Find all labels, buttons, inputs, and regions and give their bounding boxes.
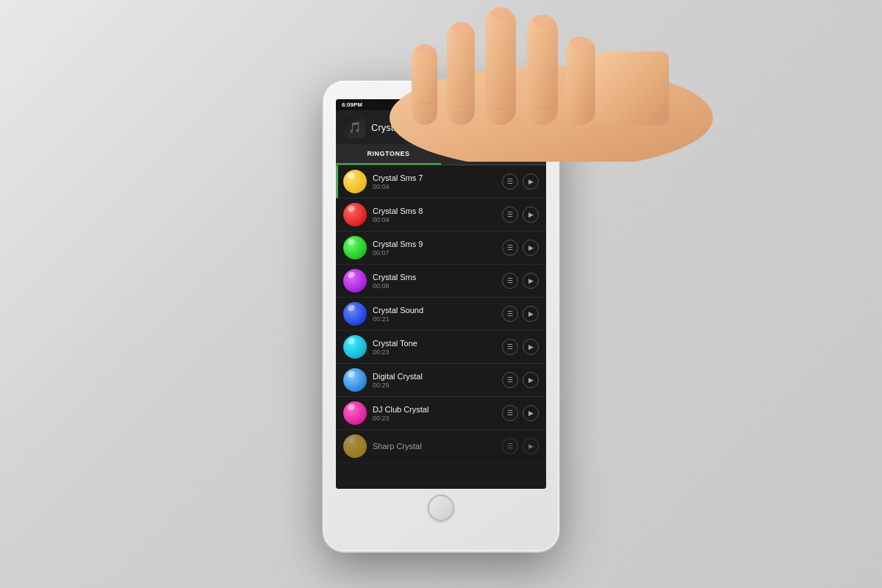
ringtone-duration: 00:08: [373, 282, 502, 290]
orb-icon: [343, 203, 367, 226]
menu-button[interactable]: ☰: [502, 273, 518, 289]
status-time: 6:09PM: [342, 101, 362, 108]
svg-rect-2: [447, 22, 475, 125]
list-item[interactable]: Sharp Crystal ☰ ▶: [336, 430, 546, 463]
svg-rect-3: [485, 7, 516, 125]
ringtone-info: Crystal Sms 7 00:04: [373, 173, 502, 190]
ringtone-duration: 00:23: [373, 415, 502, 422]
orb-icon: [343, 368, 367, 392]
play-button[interactable]: ▶: [523, 339, 539, 355]
list-item[interactable]: Crystal Sound 00:21 ☰ ▶: [336, 298, 546, 331]
list-item[interactable]: Crystal Sms 9 00:07 ☰ ▶: [336, 232, 546, 265]
ringtone-list: Crystal Sms 7 00:04 ☰ ▶ Crystal Sms 8 00…: [336, 165, 546, 489]
ringtone-info: Crystal Sms 9 00:07: [373, 240, 502, 257]
ringtone-info: Digital Crystal 00:29: [373, 372, 502, 389]
ringtone-name: Sharp Crystal: [373, 442, 502, 451]
ringtone-actions: ☰ ▶: [502, 339, 539, 355]
home-button[interactable]: [428, 495, 454, 521]
menu-button[interactable]: ☰: [502, 372, 518, 388]
ringtone-name: Crystal Sms 9: [373, 240, 502, 248]
ringtone-actions: ☰ ▶: [502, 306, 539, 322]
ringtone-name: Crystal Sms 8: [373, 207, 502, 215]
hand-image: [368, 0, 735, 162]
play-button[interactable]: ▶: [523, 405, 539, 421]
ringtone-duration: 00:21: [373, 315, 502, 323]
ringtone-name: Crystal Sound: [373, 306, 502, 315]
ringtone-actions: ☰ ▶: [502, 207, 539, 223]
play-button[interactable]: ▶: [523, 306, 539, 322]
ringtone-duration: 00:07: [373, 249, 502, 257]
app-icon: 🎵: [343, 116, 365, 138]
menu-button[interactable]: ☰: [502, 240, 518, 256]
orb-icon: [343, 170, 367, 193]
ringtone-actions: ☰ ▶: [502, 438, 539, 454]
list-item[interactable]: Crystal Tone 00:23 ☰ ▶: [336, 331, 546, 364]
orb-icon: [343, 401, 367, 425]
menu-button[interactable]: ☰: [502, 173, 518, 190]
menu-button[interactable]: ☰: [502, 306, 518, 322]
ringtone-actions: ☰ ▶: [502, 173, 539, 190]
svg-point-13: [491, 7, 512, 19]
orb-icon: [343, 236, 367, 259]
ringtone-name: Crystal Tone: [373, 339, 502, 348]
orb-icon: [343, 302, 367, 326]
play-button[interactable]: ▶: [523, 372, 539, 388]
ringtone-name: Crystal Sms: [373, 273, 502, 282]
svg-point-12: [452, 22, 471, 34]
ringtone-info: Crystal Sound 00:21: [373, 306, 502, 323]
menu-button[interactable]: ☰: [502, 339, 518, 355]
ringtone-info: Crystal Tone 00:23: [373, 339, 502, 356]
svg-point-11: [416, 45, 434, 55]
ringtone-info: Crystal Sms 00:08: [373, 273, 502, 290]
ringtone-info: Sharp Crystal: [373, 442, 502, 451]
svg-rect-1: [412, 44, 437, 125]
orb-icon: [343, 335, 367, 359]
ringtone-duration: 00:04: [373, 183, 502, 190]
menu-button[interactable]: ☰: [502, 405, 518, 421]
list-item[interactable]: Crystal Sms 8 00:04 ☰ ▶: [336, 198, 546, 232]
svg-rect-6: [595, 51, 669, 125]
play-button[interactable]: ▶: [523, 273, 539, 289]
ringtone-name: Digital Crystal: [373, 372, 502, 381]
ringtone-actions: ☰ ▶: [502, 405, 539, 421]
list-item[interactable]: Digital Crystal 00:29 ☰ ▶: [336, 364, 546, 397]
menu-button[interactable]: ☰: [502, 207, 518, 223]
ringtone-duration: 00:29: [373, 381, 502, 389]
list-item[interactable]: Crystal Sms 00:08 ☰ ▶: [336, 265, 546, 298]
play-button[interactable]: ▶: [523, 240, 539, 256]
ringtone-info: DJ Club Crystal 00:23: [373, 405, 502, 422]
svg-rect-5: [566, 37, 595, 125]
orb-icon: [343, 269, 367, 293]
ringtone-name: Crystal Sms 7: [373, 173, 502, 182]
home-bar: [323, 489, 559, 530]
list-item[interactable]: Crystal Sms 7 00:04 ☰ ▶: [336, 165, 546, 198]
ringtone-duration: 00:23: [373, 348, 502, 356]
svg-point-14: [532, 15, 553, 26]
menu-button[interactable]: ☰: [502, 438, 518, 454]
play-button[interactable]: ▶: [523, 207, 539, 223]
ringtone-name: DJ Club Crystal: [373, 405, 502, 414]
ringtone-actions: ☰ ▶: [502, 372, 539, 388]
ringtone-info: Crystal Sms 8 00:04: [373, 207, 502, 223]
ringtone-actions: ☰ ▶: [502, 273, 539, 289]
list-item[interactable]: DJ Club Crystal 00:23 ☰ ▶: [336, 397, 546, 430]
ringtone-duration: 00:04: [373, 216, 502, 223]
orb-icon: [343, 434, 367, 458]
play-button[interactable]: ▶: [523, 438, 539, 454]
ringtone-actions: ☰ ▶: [502, 240, 539, 256]
play-button[interactable]: ▶: [523, 173, 539, 190]
svg-point-15: [570, 37, 589, 49]
